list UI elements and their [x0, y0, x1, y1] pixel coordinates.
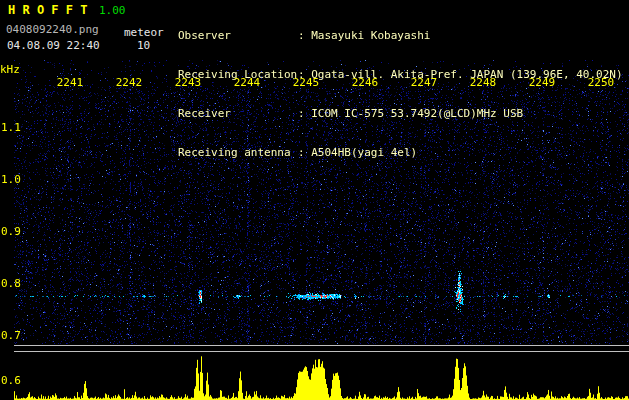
- time-tick-label: 2248: [468, 76, 498, 89]
- filename-label: 0408092240.png: [6, 23, 99, 36]
- time-tick-label: 2246: [350, 76, 380, 89]
- info-label: Receiving antenna: [178, 146, 298, 159]
- freq-tick-label: 0.7: [1, 329, 21, 342]
- time-tick-label: 2247: [409, 76, 439, 89]
- info-colon: :: [298, 29, 311, 42]
- time-tick-label: 2245: [291, 76, 321, 89]
- version-label: 1.00: [99, 4, 126, 17]
- hrofft-screen: H R O F F T 1.00 0408092240.png meteor 0…: [0, 0, 629, 400]
- timestamp-label: 04.08.09 22:40: [7, 39, 100, 52]
- info-colon: :: [298, 107, 311, 120]
- app-title: H R O F F T: [8, 3, 87, 17]
- info-colon: :: [298, 146, 311, 159]
- meteor-count: 10: [137, 39, 150, 52]
- freq-tick-label: 0.9: [1, 225, 21, 238]
- time-tick-label: 2249: [527, 76, 557, 89]
- station-info: Observer: Masayuki Kobayashi Receiving L…: [178, 3, 623, 185]
- time-tick-label: 2250: [586, 76, 616, 89]
- info-value: Masayuki Kobayashi: [311, 29, 430, 42]
- freq-tick-label: 1.1: [1, 121, 21, 134]
- freq-tick-label: 0.8: [1, 277, 21, 290]
- freq-tick-label: 1.0: [1, 173, 21, 186]
- meteor-label: meteor: [124, 26, 164, 39]
- freq-tick-label: 0.6: [1, 374, 21, 387]
- freq-unit-label: kHz: [0, 63, 20, 76]
- info-row-receiver: Receiver: ICOM IC-575 53.7492(@LCD)MHz U…: [178, 107, 623, 120]
- time-tick-label: 2242: [114, 76, 144, 89]
- info-label: Observer: [178, 29, 298, 42]
- time-tick-label: 2241: [55, 76, 85, 89]
- time-tick-label: 2244: [232, 76, 262, 89]
- time-tick-label: 2243: [173, 76, 203, 89]
- info-value: ICOM IC-575 53.7492(@LCD)MHz USB: [311, 107, 523, 120]
- info-value: A504HB(yagi 4el): [311, 146, 417, 159]
- info-label: Receiver: [178, 107, 298, 120]
- info-row-antenna: Receiving antenna: A504HB(yagi 4el): [178, 146, 623, 159]
- info-row-observer: Observer: Masayuki Kobayashi: [178, 29, 623, 42]
